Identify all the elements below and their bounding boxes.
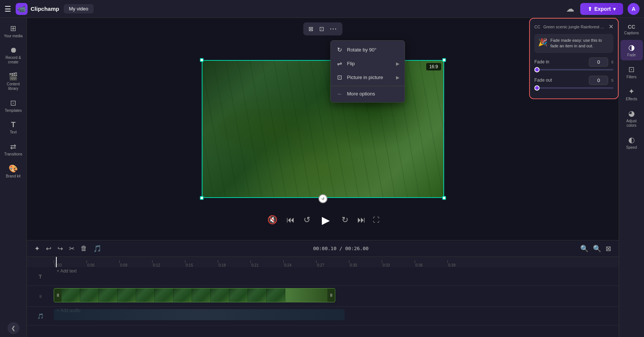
fade-in-slider[interactable] [534, 69, 613, 70]
video-clip[interactable]: ⏸ [54, 288, 335, 302]
clip-thumb-7 [173, 289, 192, 302]
ctx-rotate[interactable]: ↻ Rotate by 90° [331, 43, 405, 57]
sidebar-item-label-text: Text [10, 130, 16, 135]
audio-clip[interactable] [54, 309, 345, 320]
app-logo: 📹 Clipchamp [16, 3, 59, 15]
sidebar-collapse-button[interactable]: ❮ [7, 322, 19, 334]
record-icon: ⏺ [10, 46, 17, 54]
mute-button[interactable]: 🔇 [266, 214, 279, 226]
rs-item-speed[interactable]: ◐ Speed [621, 132, 643, 153]
fade-in-slider-thumb[interactable] [534, 67, 540, 72]
clip-thumbnails [62, 289, 327, 302]
fade-panel: CC Green scenic jungle Rainforest A... ✕… [529, 18, 619, 99]
clip-thumb-4 [117, 289, 136, 302]
ruler-mark-3: 0:12 [152, 260, 185, 267]
audio-fix-button[interactable]: 🎵 [92, 243, 103, 254]
handle-bottom-left[interactable] [200, 196, 204, 200]
topbar: ☰ 📹 Clipchamp My video ☁ ⬆ Export ▾ A [0, 0, 644, 18]
sidebar-item-text[interactable]: T Text [1, 117, 25, 138]
redo-button[interactable]: ↪ [56, 243, 65, 254]
fade-out-input[interactable] [589, 76, 608, 85]
handle-bottom-right[interactable] [442, 196, 446, 200]
clip-handle-right[interactable]: ⏸ [327, 289, 335, 302]
export-icon: ⬆ [588, 6, 592, 12]
resize-button[interactable]: ⊡ [317, 24, 326, 34]
zoom-out-button[interactable]: 🔍 [579, 243, 590, 254]
video-frame[interactable] [202, 60, 444, 198]
ctx-flip[interactable]: ⇌ Flip ▶ [331, 57, 405, 70]
sidebar-item-templates[interactable]: ⊡ Templates [1, 95, 25, 116]
timeline-tracks: T + Add text ⏸ ⏸ [27, 267, 619, 337]
sidebar-item-label-record: Record &create [6, 56, 21, 64]
fade-out-row: Fade out s [534, 76, 613, 85]
more-options-button[interactable]: ··· [328, 24, 339, 34]
clip-thumb-12 [267, 289, 285, 302]
zoom-controls: 🔍 🔍 ⊠ [579, 243, 613, 254]
forward-button[interactable]: ↻ [340, 214, 350, 226]
avatar-button[interactable]: A [628, 3, 640, 15]
sidebar-item-transitions[interactable]: ⇄ Transitions [1, 139, 25, 160]
rewind-button[interactable]: ↺ [302, 214, 312, 226]
crop-button[interactable]: ⊠ [306, 24, 315, 34]
rotation-handle[interactable]: ↺ [318, 194, 327, 203]
clip-thumb-3 [99, 289, 117, 302]
ctx-more-options[interactable]: ··· More options [331, 88, 405, 100]
more-options-icon: ··· [336, 91, 343, 97]
timeline-playhead[interactable] [56, 257, 57, 267]
rs-item-captions[interactable]: CC Captions [621, 21, 643, 38]
rs-item-filters[interactable]: ⊡ Filters [621, 62, 643, 82]
fade-tooltip: 🎉 Fade made easy: use this to fade an it… [534, 34, 613, 53]
pip-submenu-arrow: ▶ [396, 75, 399, 80]
cut-button[interactable]: ✂ [67, 243, 76, 254]
clip-thumb-9 [211, 289, 229, 302]
rs-item-adjust-colors[interactable]: ◕ Adjustcolors [621, 106, 643, 131]
ruler-mark-12: 0:39 [447, 260, 480, 267]
sidebar-item-content-library[interactable]: 🎬 Contentlibrary [1, 69, 25, 94]
video-track-content[interactable]: ⏸ [54, 286, 619, 306]
fade-panel-close-button[interactable]: ✕ [609, 23, 613, 30]
skip-start-button[interactable]: ⏮ [285, 214, 296, 226]
skip-end-button[interactable]: ⏭ [356, 214, 367, 226]
video-track-label: ⏸ [27, 294, 54, 299]
ai-assistant-button[interactable]: ☁ [565, 3, 576, 15]
fit-to-screen-button[interactable]: ⊠ [604, 243, 613, 254]
fade-icon: ◑ [628, 43, 635, 52]
audio-track-content: + Add audio [54, 307, 619, 325]
fade-in-unit: s [611, 59, 613, 64]
text-icon: T [11, 120, 15, 129]
magic-tool-button[interactable]: ✦ [33, 243, 41, 254]
undo-button[interactable]: ↩ [44, 243, 53, 254]
sidebar-item-your-media[interactable]: ⊞ Your media [1, 21, 25, 41]
sidebar-item-brand-kit[interactable]: 🎨 Brand kit [1, 161, 25, 182]
ruler-mark-2: 0:09 [119, 260, 152, 267]
fade-in-input[interactable] [589, 57, 608, 67]
fade-out-slider-thumb[interactable] [534, 85, 540, 91]
fade-out-slider[interactable] [534, 87, 613, 89]
clip-handle-left[interactable]: ⏸ [54, 289, 62, 302]
sidebar-item-label-content: Contentlibrary [7, 82, 20, 91]
hamburger-button[interactable]: ☰ [4, 4, 11, 13]
fullscreen-button[interactable]: ⛶ [373, 216, 380, 224]
rs-item-effects[interactable]: ✦ Effects [621, 84, 643, 104]
export-button[interactable]: ⬆ Export ▾ [580, 3, 623, 15]
ruler-mark-5: 0:18 [218, 260, 251, 267]
brand-kit-icon: 🎨 [9, 164, 18, 173]
add-text-button[interactable]: + Add text [54, 267, 80, 275]
timeline-ruler: 0:03 0:06 0:09 0:12 0:15 0:18 0:21 0:24 … [27, 257, 619, 267]
audio-track-row: 🎵 + Add audio [27, 307, 619, 325]
video-title-button[interactable]: My video [64, 4, 94, 13]
play-button[interactable]: ▶ [318, 212, 334, 228]
handle-top-left[interactable] [200, 58, 204, 62]
zoom-in-button[interactable]: 🔍 [591, 243, 603, 254]
timeline-toolbar: ✦ ↩ ↪ ✂ 🗑 🎵 00:00.10 / 00:26.00 🔍 🔍 ⊠ ⌄ [27, 240, 619, 257]
adjust-colors-icon: ◕ [628, 109, 635, 118]
sidebar-item-record-create[interactable]: ⏺ Record &create [1, 43, 25, 67]
video-track-row: ⏸ ⏸ [27, 286, 619, 307]
ctx-pip[interactable]: ⊡ Picture in picture ▶ [331, 70, 405, 84]
rs-item-fade[interactable]: ◑ Fade [621, 40, 643, 60]
handle-top-right[interactable] [442, 58, 446, 62]
fade-out-unit: s [611, 78, 613, 83]
delete-button[interactable]: 🗑 [79, 243, 89, 254]
fade-tooltip-text: Fade made easy: use this to fade an item… [550, 38, 610, 49]
total-time: 00:26.00 [345, 246, 369, 251]
